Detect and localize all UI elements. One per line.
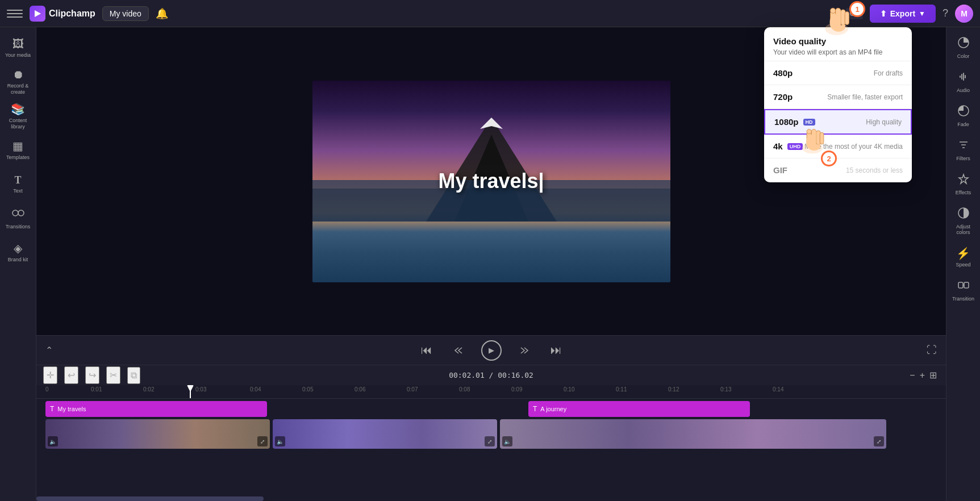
ruler-mark-11: 0:11 — [616, 386, 627, 393]
export-icon: ⬆ — [880, 9, 887, 18]
right-sidebar-item-adjust-colors[interactable]: Adjust colors — [948, 202, 979, 240]
filters-icon — [957, 139, 970, 154]
menu-icon[interactable] — [7, 6, 23, 22]
topbar-right: CC ⬆ Export ▼ ? M — [846, 5, 973, 23]
timeline-time-display: 00:02.01 / 00:16.02 — [449, 371, 533, 379]
gif-note: 15 seconds or less — [846, 166, 903, 174]
total-time: 00:16.02 — [498, 371, 533, 379]
text-clip-label-2: A journey — [540, 406, 566, 412]
right-sidebar-item-color[interactable]: Color — [948, 32, 979, 64]
svg-point-3 — [18, 210, 24, 216]
audio-icon — [957, 70, 970, 86]
clip-mute-1[interactable]: 🔈 — [48, 436, 58, 446]
quality-option-4k[interactable]: 4k UHD Make the most of your 4K media — [764, 135, 912, 158]
right-sidebar-item-audio[interactable]: Audio — [948, 66, 979, 98]
clip-expand-2[interactable]: ⤢ — [485, 436, 495, 446]
transitions-label: Transitions — [6, 224, 31, 230]
redo-button[interactable]: ↪ — [85, 366, 99, 384]
4k-badge: UHD — [787, 143, 803, 150]
audio-label: Audio — [957, 87, 970, 93]
sidebar-item-templates[interactable]: ▦ Templates — [2, 134, 34, 166]
ruler-marks: 0 0:01 0:02 0:03 0:04 0:05 0:06 0:07 0:0… — [41, 386, 941, 398]
fade-label: Fade — [957, 122, 969, 127]
record-create-label: Record & create — [2, 83, 34, 95]
video-title-input[interactable]: My video — [102, 6, 149, 21]
video-preview[interactable]: My travels| — [312, 81, 670, 282]
timeline-toolbar: ✛ ↩ ↪ ✂ ⧉ 00:02.01 / 00:16.02 − + ⊞ — [36, 365, 946, 385]
forward-button[interactable] — [515, 341, 533, 360]
quality-option-720p[interactable]: 720p Smaller file, faster export — [764, 85, 912, 109]
select-tool[interactable]: ✛ — [43, 366, 57, 384]
captions-button[interactable]: CC — [846, 8, 862, 19]
collapse-timeline-button[interactable]: ⌃ — [45, 345, 53, 356]
right-sidebar-item-effects[interactable]: Effects — [948, 168, 979, 200]
timeline-scrollbar[interactable] — [36, 496, 946, 501]
timeline-playhead[interactable] — [190, 385, 191, 398]
cut-tool[interactable]: ✂ — [106, 366, 120, 384]
sidebar-item-brand-kit[interactable]: ◈ Brand kit — [2, 236, 34, 268]
brand-kit-icon: ◈ — [14, 241, 22, 255]
quality-option-480p[interactable]: 480p For drafts — [764, 61, 912, 85]
clip-expand-1[interactable]: ⤢ — [257, 436, 268, 446]
logo-icon — [30, 6, 45, 22]
user-avatar[interactable]: M — [955, 5, 973, 23]
export-label: Export — [890, 9, 915, 18]
notifications-icon[interactable]: 🔔 — [156, 7, 168, 20]
text-label: Text — [13, 188, 23, 194]
right-sidebar-item-filters[interactable]: Filters — [948, 134, 979, 166]
right-sidebar-item-fade[interactable]: Fade — [948, 100, 979, 132]
fit-to-window-button[interactable]: ⊞ — [929, 370, 937, 381]
gif-option-left: GIF — [773, 165, 787, 175]
ruler-mark-10: 0:10 — [564, 386, 574, 393]
clip-expand-3[interactable]: ⤢ — [874, 436, 884, 446]
video-background: My travels| — [312, 81, 670, 282]
fade-icon — [957, 105, 970, 120]
color-label: Color — [957, 53, 970, 59]
video-track: 🔈 ⤢ 🔈 ⤢ 🔈 ⤢ — [41, 419, 946, 449]
sidebar-item-transitions[interactable]: Transitions — [2, 202, 34, 234]
svg-rect-8 — [312, 189, 670, 222]
right-sidebar-item-transition[interactable]: Transition — [948, 274, 979, 306]
sidebar-item-record-create[interactable]: ⏺ Record & create — [2, 66, 34, 98]
rewind-button[interactable] — [449, 341, 468, 360]
zoom-out-button[interactable]: − — [910, 370, 915, 381]
skip-to-start-button[interactable]: ⏮ — [418, 341, 436, 360]
text-clip-a-journey[interactable]: T A journey — [528, 401, 750, 417]
ruler-mark-7: 0:07 — [407, 386, 418, 393]
app-logo[interactable]: Clipchamp — [30, 6, 95, 22]
video-clip-1[interactable]: 🔈 ⤢ — [45, 419, 270, 449]
adjust-colors-label: Adjust colors — [950, 224, 977, 235]
sidebar-item-your-media[interactable]: 🖼 Your media — [2, 32, 34, 64]
svg-marker-1 — [35, 10, 41, 17]
zoom-in-button[interactable]: + — [920, 370, 925, 381]
color-icon — [957, 36, 970, 52]
quality-option-1080p[interactable]: 1080p HD High quality — [764, 109, 912, 135]
topbar: Clipchamp My video 🔔 CC ⬆ Export ▼ ? M — [0, 0, 980, 27]
export-button[interactable]: ⬆ Export ▼ — [870, 5, 936, 23]
timeline-scrollbar-thumb[interactable] — [36, 496, 264, 501]
svg-rect-17 — [964, 282, 969, 288]
play-button[interactable]: ▶ — [481, 340, 502, 361]
help-icon[interactable]: ? — [943, 7, 948, 19]
right-sidebar-item-speed[interactable]: ⚡ Speed — [948, 242, 979, 272]
4k-note: Make the most of your 4K media — [804, 143, 903, 151]
720p-note: Smaller file, faster export — [827, 93, 903, 101]
fullscreen-button[interactable]: ⛶ — [927, 344, 937, 356]
timeline-zoom-controls: − + ⊞ — [910, 370, 937, 381]
video-clip-3[interactable]: 🔈 ⤢ — [500, 419, 886, 449]
clip-mute-2[interactable]: 🔈 — [275, 436, 285, 446]
clip-mute-3[interactable]: 🔈 — [502, 436, 512, 446]
sidebar-item-content-library[interactable]: 📚 Content library — [2, 100, 34, 132]
sidebar-item-text[interactable]: T Text — [2, 168, 34, 200]
ruler-mark-4: 0:04 — [250, 386, 261, 393]
text-clip-icon-1: T — [50, 405, 54, 413]
playback-controls: ⌃ ⏮ ▶ ⏭ ⛶ — [36, 335, 946, 365]
quality-option-gif[interactable]: GIF 15 seconds or less — [764, 158, 912, 182]
video-clip-2[interactable]: 🔈 ⤢ — [273, 419, 497, 449]
duplicate-tool[interactable]: ⧉ — [127, 367, 140, 384]
skip-to-end-button[interactable]: ⏭ — [547, 341, 565, 360]
text-clip-my-travels[interactable]: T My travels — [45, 401, 267, 417]
undo-button[interactable]: ↩ — [64, 366, 78, 384]
speed-icon: ⚡ — [956, 247, 970, 260]
speed-label: Speed — [956, 262, 970, 268]
